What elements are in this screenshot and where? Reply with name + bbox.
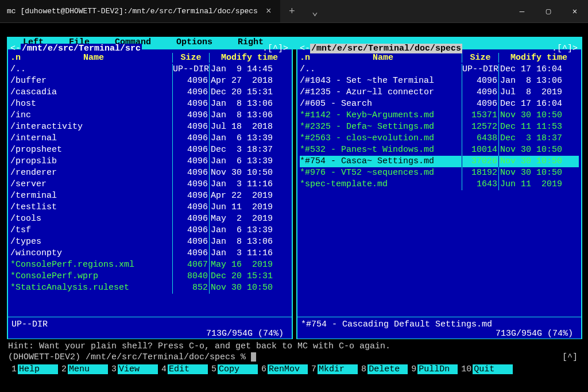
col-modify[interactable]: Modify time xyxy=(209,53,289,63)
cursor-icon xyxy=(251,352,256,362)
col-size[interactable]: Size xyxy=(172,53,209,63)
fkey-menu[interactable]: 2Menu xyxy=(58,364,108,374)
file-mtime: Jul 8 2019 xyxy=(498,87,579,98)
col-modify[interactable]: Modify time xyxy=(498,53,579,63)
list-item[interactable]: /server4096Jan 3 11:16 xyxy=(10,179,289,190)
file-mtime: Nov 30 10:50 xyxy=(498,110,579,121)
close-window-button[interactable]: ✕ xyxy=(562,0,588,22)
col-name[interactable]: Name xyxy=(304,53,462,63)
col-name[interactable]: Name xyxy=(15,53,172,63)
list-item[interactable]: /propsheet4096Dec 3 18:37 xyxy=(10,144,289,156)
list-item[interactable]: /#1235 - Azur~ll connector4096Jul 8 2019 xyxy=(300,87,579,98)
maximize-button[interactable]: ▢ xyxy=(535,0,562,22)
list-item[interactable]: *#2325 - Defa~ Settings.md12572Dec 11 11… xyxy=(300,121,579,133)
right-panel[interactable]: <- /mnt/e/src/Terminal/doc/specs .[^]> .… xyxy=(296,49,582,339)
file-size: 10014 xyxy=(462,144,498,156)
list-item[interactable]: /..UP--DIRJan 9 14:45 xyxy=(10,64,289,75)
list-item[interactable]: /testlist4096Jun 11 2019 xyxy=(10,202,289,213)
file-name: *#2563 - clos~evolution.md xyxy=(300,133,462,144)
mc-application: Left File Command Options Right <- /mnt/… xyxy=(7,37,582,379)
fkey-label: Mkdir xyxy=(318,364,358,374)
tab-close-icon[interactable]: × xyxy=(264,6,274,17)
list-item[interactable]: /buffer4096Apr 27 2018 xyxy=(10,75,289,87)
fkey-number: 8 xyxy=(358,364,368,374)
file-mtime: Dec 17 16:04 xyxy=(498,98,579,110)
file-name: /interactivity xyxy=(10,121,172,133)
list-item[interactable]: *#754 - Casca~ Settings.md37026Nov 30 10… xyxy=(300,156,579,167)
list-item[interactable]: /#605 - Search4096Dec 17 16:04 xyxy=(300,98,579,110)
titlebar-spacer xyxy=(326,0,509,22)
list-item[interactable]: *ConsolePerf.wprp8040Dec 20 15:31 xyxy=(10,271,289,282)
left-file-list[interactable]: /..UP--DIRJan 9 14:45/buffer4096Apr 27 2… xyxy=(8,64,292,295)
fkey-edit[interactable]: 4Edit xyxy=(158,364,208,374)
list-item[interactable]: /propslib4096Jan 6 13:39 xyxy=(10,156,289,167)
list-item[interactable]: /types4096Jan 8 13:06 xyxy=(10,236,289,248)
list-item[interactable]: /tools4096May 2 2019 xyxy=(10,213,289,225)
list-item[interactable]: *spec-template.md1643Jun 11 2019 xyxy=(300,179,579,190)
file-name: /propslib xyxy=(10,156,172,167)
shell-prompt[interactable]: (DHOWETT-DEV2) /mnt/e/src/Terminal/doc/s… xyxy=(8,352,581,362)
list-item[interactable]: /tsf4096Jan 6 13:39 xyxy=(10,225,289,236)
list-item[interactable]: *#1142 - Keyb~Arguments.md15371Nov 30 10… xyxy=(300,110,579,121)
left-panel-corner-icon[interactable]: .[^]> xyxy=(262,44,288,53)
list-item[interactable]: /interactivity4096Jul 18 2018 xyxy=(10,121,289,133)
fkey-pulldn[interactable]: 9PullDn xyxy=(408,364,458,374)
left-panel[interactable]: <- /mnt/e/src/Terminal/src .[^]> .n Name… xyxy=(7,49,293,339)
list-item[interactable]: *StaticAnalysis.ruleset852Nov 30 10:50 xyxy=(10,282,289,294)
menu-options[interactable]: Options xyxy=(164,37,225,48)
file-size: 4096 xyxy=(172,179,209,190)
file-name: /winconpty xyxy=(10,248,172,259)
left-panel-path[interactable]: /mnt/e/src/Terminal/src xyxy=(21,44,142,53)
list-item[interactable]: *#532 - Panes~t Windows.md10014Nov 30 10… xyxy=(300,144,579,156)
fkey-view[interactable]: 3View xyxy=(108,364,158,374)
file-name: /tools xyxy=(10,213,172,225)
file-name: *#532 - Panes~t Windows.md xyxy=(300,144,462,156)
file-mtime: Jan 3 11:16 xyxy=(209,179,289,190)
list-item[interactable]: /winconpty4096Jan 3 11:16 xyxy=(10,248,289,259)
list-item[interactable]: *ConsolePerf.regions.xml4067May 16 2019 xyxy=(10,259,289,271)
file-name: /types xyxy=(10,236,172,248)
col-n[interactable]: .n xyxy=(10,53,15,63)
fkey-help[interactable]: 1Help xyxy=(8,364,58,374)
file-size: 37026 xyxy=(462,156,498,167)
new-tab-button[interactable]: + xyxy=(280,0,303,22)
file-name: /buffer xyxy=(10,75,172,87)
col-n[interactable]: .n xyxy=(300,53,304,63)
fkey-copy[interactable]: 5Copy xyxy=(208,364,258,374)
col-size[interactable]: Size xyxy=(462,53,498,63)
fkey-delete[interactable]: 8Delete xyxy=(358,364,408,374)
list-item[interactable]: /..UP--DIRDec 17 16:04 xyxy=(300,64,579,75)
file-size: 4096 xyxy=(462,75,498,87)
tab-dropdown-button[interactable]: ⌄ xyxy=(303,0,326,22)
list-item[interactable]: /terminal4096Apr 22 2019 xyxy=(10,190,289,202)
file-name: /cascadia xyxy=(10,87,172,98)
left-panel-footer: UP--DIR 713G/954G (74%) xyxy=(8,317,292,339)
list-item[interactable]: /internal4096Jan 6 13:39 xyxy=(10,133,289,144)
file-mtime: Apr 22 2019 xyxy=(209,190,289,202)
file-name: /testlist xyxy=(10,202,172,213)
file-size: 6438 xyxy=(462,133,498,144)
history-up-icon[interactable]: [^] xyxy=(562,352,581,362)
list-item[interactable]: *#2563 - clos~evolution.md6438Dec 3 18:3… xyxy=(300,133,579,144)
left-panel-back-icon[interactable]: <- xyxy=(10,44,21,53)
right-panel-path[interactable]: /mnt/e/src/Terminal/doc/specs xyxy=(310,44,462,53)
fkey-renmov[interactable]: 6RenMov xyxy=(258,364,308,374)
file-mtime: Dec 20 15:31 xyxy=(209,87,289,98)
terminal-tab[interactable]: mc [duhowett@DHOWETT-DEV2]:/mnt/e/src/Te… xyxy=(0,0,280,22)
fkey-label: View xyxy=(118,364,158,374)
file-mtime: Nov 30 10:50 xyxy=(209,167,289,179)
list-item[interactable]: /#1043 - Set ~the Terminal4096Jan 8 13:0… xyxy=(300,75,579,87)
fkey-mkdir[interactable]: 7Mkdir xyxy=(308,364,358,374)
list-item[interactable]: /host4096Jan 8 13:06 xyxy=(10,98,289,110)
function-key-bar: 1Help2Menu3View4Edit5Copy6RenMov7Mkdir8D… xyxy=(8,364,581,374)
list-item[interactable]: /renderer4096Nov 30 10:50 xyxy=(10,167,289,179)
list-item[interactable]: *#976 - VT52 ~sequences.md18192Nov 30 10… xyxy=(300,167,579,179)
fkey-quit[interactable]: 10Quit xyxy=(458,364,513,374)
right-panel-corner-icon[interactable]: .[^]> xyxy=(552,44,578,53)
list-item[interactable]: /inc4096Jan 8 13:06 xyxy=(10,110,289,121)
right-panel-back-icon[interactable]: <- xyxy=(300,44,310,53)
right-file-list[interactable]: /..UP--DIRDec 17 16:04/#1043 - Set ~the … xyxy=(297,64,581,191)
minimize-button[interactable]: — xyxy=(509,0,535,22)
file-mtime: Jan 9 14:45 xyxy=(209,64,289,75)
list-item[interactable]: /cascadia4096Dec 20 15:31 xyxy=(10,87,289,98)
